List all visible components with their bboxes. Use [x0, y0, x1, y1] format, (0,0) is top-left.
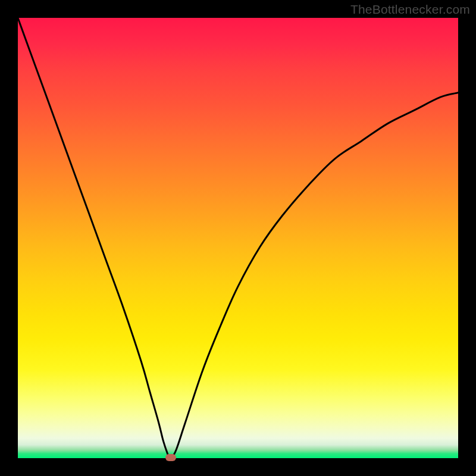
plot-area	[18, 18, 458, 458]
bottleneck-curve	[18, 18, 458, 458]
curve-svg	[18, 18, 458, 458]
attribution-watermark: TheBottlenecker.com	[350, 2, 470, 17]
optimal-point-marker	[165, 454, 176, 461]
chart-container: TheBottlenecker.com	[0, 0, 476, 476]
